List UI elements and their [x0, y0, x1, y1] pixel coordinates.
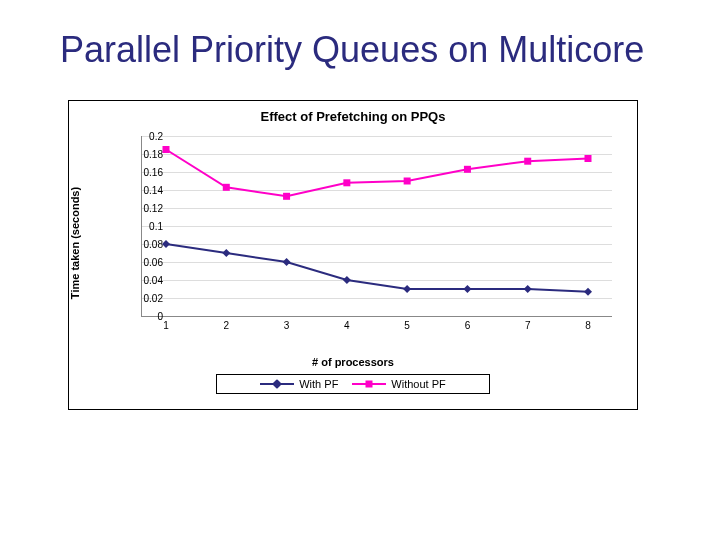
diamond-marker-icon [162, 240, 170, 248]
diamond-marker-icon [283, 258, 291, 266]
square-marker-icon [223, 183, 230, 190]
x-tick-label: 7 [525, 320, 531, 331]
square-marker-icon [404, 177, 411, 184]
diamond-marker-icon [584, 287, 592, 295]
diamond-marker-icon [343, 276, 351, 284]
x-tick-label: 3 [284, 320, 290, 331]
legend-swatch-square-icon [352, 379, 386, 389]
chart-body: Time taken (seconds) 12345678 00.020.040… [69, 132, 637, 354]
x-tick-label: 6 [465, 320, 471, 331]
series-line [166, 244, 588, 292]
x-tick-label: 8 [585, 320, 591, 331]
square-marker-icon [585, 155, 592, 162]
square-marker-icon [163, 146, 170, 153]
legend-label: Without PF [391, 378, 445, 390]
square-marker-icon [524, 157, 531, 164]
square-marker-icon [343, 179, 350, 186]
x-axis-label: # of processors [69, 356, 637, 368]
chart-title: Effect of Prefetching on PPQs [69, 101, 637, 132]
diamond-marker-icon [463, 285, 471, 293]
diamond-marker-icon [222, 249, 230, 257]
square-marker-icon [283, 192, 290, 199]
legend-item-without-pf: Without PF [352, 378, 445, 390]
legend-label: With PF [299, 378, 338, 390]
plot-area: 12345678 [141, 136, 612, 317]
x-tick-label: 1 [163, 320, 169, 331]
x-tick-label: 4 [344, 320, 350, 331]
page-title: Parallel Priority Queues on Multicore [60, 30, 672, 70]
y-axis-label: Time taken (seconds) [69, 186, 81, 298]
chart-lines [142, 136, 612, 316]
diamond-marker-icon [403, 285, 411, 293]
x-tick-label: 5 [404, 320, 410, 331]
legend-item-with-pf: With PF [260, 378, 338, 390]
square-marker-icon [464, 165, 471, 172]
diamond-marker-icon [524, 285, 532, 293]
slide: Parallel Priority Queues on Multicore Ef… [0, 0, 720, 540]
legend-swatch-diamond-icon [260, 379, 294, 389]
chart-frame: Effect of Prefetching on PPQs Time taken… [68, 100, 638, 410]
legend: With PF Without PF [216, 374, 490, 394]
x-tick-label: 2 [224, 320, 230, 331]
